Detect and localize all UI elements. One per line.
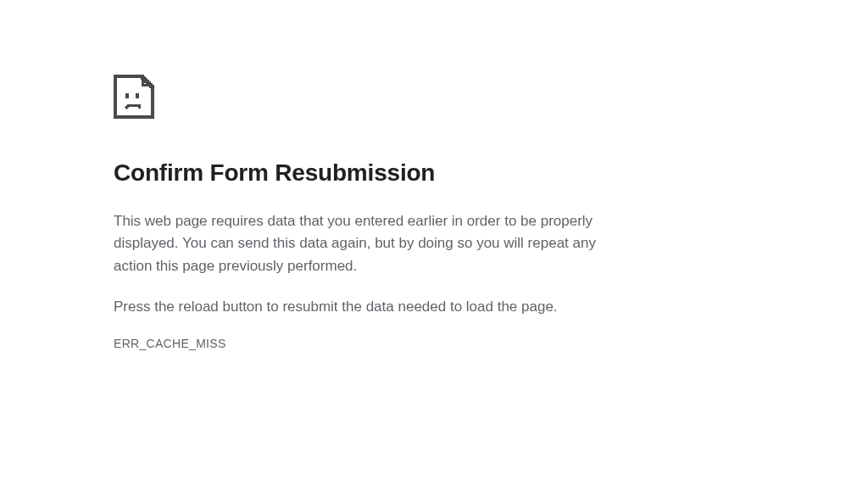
error-description-secondary: Press the reload button to resubmit the … — [114, 296, 627, 318]
error-title: Confirm Form Resubmission — [114, 159, 627, 187]
error-description-primary: This web page requires data that you ent… — [114, 210, 627, 277]
error-code: ERR_CACHE_MISS — [114, 337, 627, 350]
error-icon-container — [114, 75, 627, 119]
svg-rect-1 — [136, 93, 139, 98]
svg-rect-0 — [125, 93, 129, 98]
error-page-container: Confirm Form Resubmission This web page … — [0, 0, 627, 350]
sad-page-icon — [114, 75, 627, 119]
